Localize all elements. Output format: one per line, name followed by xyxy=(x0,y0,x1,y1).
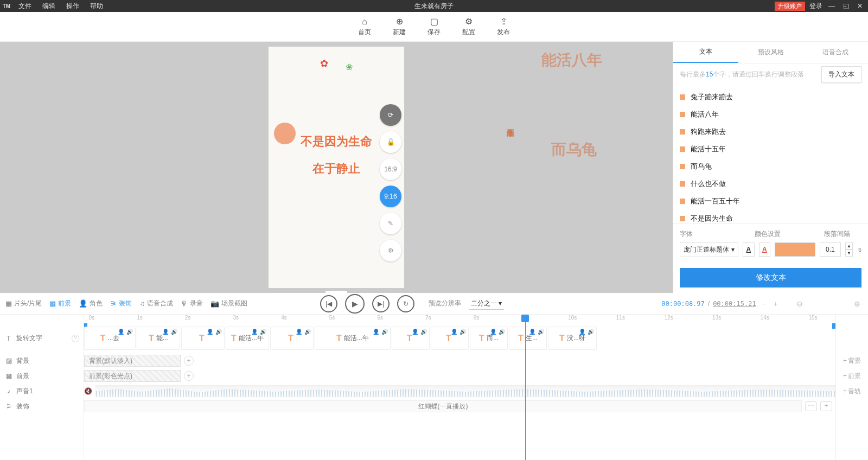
person-icon: 👤 xyxy=(529,329,535,335)
spacing-up[interactable]: ▲ xyxy=(845,242,853,250)
zoom-fit-button[interactable]: ⊖ xyxy=(794,299,805,308)
playhead[interactable] xyxy=(525,315,526,460)
track-label-audio[interactable]: ♪声音1 xyxy=(0,384,84,399)
next-button[interactable]: ▶| xyxy=(372,295,390,312)
apply-text-button[interactable]: 修改文本 xyxy=(680,268,861,288)
text-clip[interactable]: 👤🔊T能活...年 xyxy=(226,327,269,350)
lock-button[interactable]: 🔓 xyxy=(380,131,401,153)
mid-语音合成[interactable]: ♫语音合成 xyxy=(139,299,173,308)
clip-add-button[interactable]: + xyxy=(820,401,832,411)
mid-录音[interactable]: 🎙录音 xyxy=(181,299,203,308)
text-clip[interactable]: 👤🔊T xyxy=(181,327,225,350)
maximize-icon[interactable]: ◱ xyxy=(841,2,851,10)
fg-clip[interactable]: 前景(彩色光点) xyxy=(84,370,181,382)
menu-action[interactable]: 操作 xyxy=(61,2,85,11)
action-home[interactable]: ⌂首页 xyxy=(358,17,371,37)
track-label-bg[interactable]: ▨背景 xyxy=(0,353,84,368)
text-clip[interactable]: 👤🔊T生... xyxy=(509,327,547,350)
clip-more-button[interactable]: ⋯ xyxy=(805,401,817,411)
prev-button[interactable]: |◀ xyxy=(320,295,337,312)
text-lines-list[interactable]: 兔子蹦来蹦去能活八年 狗跑来跑去能活十五年而乌龟什么也不做能活一百五十年不是因为… xyxy=(673,85,868,223)
text-clip[interactable]: 👤🔊T xyxy=(392,327,430,350)
font-select[interactable]: 庞门正道标题体▾ xyxy=(680,242,738,257)
person-icon: 👤 xyxy=(451,329,457,335)
text-line[interactable]: 不是因为生命 xyxy=(680,210,861,223)
person-icon: 👤 xyxy=(162,329,169,335)
canvas-area[interactable]: 能活八年 而乌龟 能活十五年 不是因为生命 在于静止 ⟳ 🔓 16:9 9:16… xyxy=(0,42,673,293)
zoom-in-button[interactable]: + xyxy=(771,299,780,308)
tab-text[interactable]: 文本 xyxy=(673,42,738,63)
zoom-fit2-button[interactable]: ⊕ xyxy=(852,299,863,308)
track-label-fg[interactable]: ▩前景 xyxy=(0,368,84,384)
timeline-tracks[interactable]: 0s1s2s3s4s5s6s7s8s9s10s11s12s13s14s15s 👤… xyxy=(84,315,835,460)
action-new[interactable]: ⊕新建 xyxy=(393,17,406,37)
save-icon: ▢ xyxy=(430,17,438,27)
menu-help[interactable]: 帮助 xyxy=(85,2,108,11)
close-icon[interactable]: ✕ xyxy=(855,2,865,10)
timecode-total: 00:00:15.21 xyxy=(713,300,756,308)
mid-场景截图[interactable]: 📷场景截图 xyxy=(210,299,247,308)
add-fg-track[interactable]: + 前景 xyxy=(836,368,868,384)
color-swatch[interactable] xyxy=(775,242,815,257)
timecode-current: 00:00:08.97 xyxy=(661,300,704,308)
spacing-down[interactable]: ▼ xyxy=(845,250,853,257)
mid-装饰[interactable]: ⚞装饰 xyxy=(110,299,132,308)
mid-前景[interactable]: ▩前景 xyxy=(49,299,71,308)
tab-tts[interactable]: 语音合成 xyxy=(803,42,868,63)
minimize-icon[interactable]: — xyxy=(827,2,837,10)
help-icon[interactable]: ? xyxy=(72,335,79,342)
zoom-out-button[interactable]: − xyxy=(760,299,768,308)
text-clip[interactable]: 👤🔊T能活...年 xyxy=(315,327,391,350)
add-audio-track[interactable]: + 音轨 xyxy=(836,384,868,399)
text-clip[interactable]: 👤🔊T...去 xyxy=(84,327,136,350)
menu-file[interactable]: 文件 xyxy=(13,2,37,11)
text-clip[interactable]: 👤🔊T xyxy=(270,327,314,350)
import-text-button[interactable]: 导入文本 xyxy=(821,66,861,83)
sound-icon: 🔊 xyxy=(588,329,594,335)
text-clip[interactable]: 👤🔊T而... xyxy=(470,327,508,350)
settings-button[interactable]: ⚙ xyxy=(380,240,401,261)
text-clip[interactable]: 👤🔊T xyxy=(431,327,469,350)
text-line[interactable]: 能活八年 xyxy=(680,106,861,123)
menu-edit[interactable]: 编辑 xyxy=(37,2,61,11)
text-line[interactable]: 能活一百五十年 xyxy=(680,193,861,210)
audio-waveform[interactable] xyxy=(95,385,835,397)
add-fg-button[interactable]: + xyxy=(184,371,194,381)
text-color-button-2[interactable]: A xyxy=(759,242,771,257)
action-config[interactable]: ⚙配置 xyxy=(462,17,475,37)
bullet-icon xyxy=(680,129,685,135)
add-bg-track[interactable]: + 背景 xyxy=(836,353,868,368)
mid-角色[interactable]: 👤角色 xyxy=(79,299,103,308)
tab-preset-style[interactable]: 预设风格 xyxy=(738,42,803,63)
login-button[interactable]: 登录 xyxy=(809,2,822,11)
text-line[interactable]: 能活十五年 xyxy=(680,140,861,158)
text-line[interactable]: 而乌龟 xyxy=(680,158,861,175)
loop-button[interactable]: ↻ xyxy=(397,295,414,312)
text-line[interactable]: 什么也不做 xyxy=(680,175,861,193)
text-line[interactable]: 狗跑来跑去 xyxy=(680,123,861,140)
preview-rate-select[interactable]: 二分之一 ▾ xyxy=(469,298,504,310)
collapse-down-icon[interactable]: ▾ xyxy=(326,291,347,293)
bg-clip[interactable]: 背景(默认淡入) xyxy=(84,355,181,367)
edit-button[interactable]: ✎ xyxy=(380,213,401,234)
text-color-button[interactable]: A xyxy=(743,242,755,257)
play-button[interactable]: ▶ xyxy=(345,294,365,314)
ratio-16-9-button[interactable]: 16:9 xyxy=(380,158,401,180)
text-clip[interactable]: 👤🔊T没...呀 xyxy=(548,327,597,350)
mute-icon[interactable]: 🔇 xyxy=(84,387,92,395)
text-clip[interactable]: 👤🔊T能... xyxy=(137,327,180,350)
action-publish[interactable]: ⇪发布 xyxy=(497,17,510,37)
timeline-ruler[interactable]: 0s1s2s3s4s5s6s7s8s9s10s11s12s13s14s15s xyxy=(84,315,835,323)
text-line[interactable]: 兔子蹦来蹦去 xyxy=(680,88,861,106)
refresh-button[interactable]: ⟳ xyxy=(380,104,401,126)
track-label-dec[interactable]: ⚞装饰 xyxy=(0,399,84,414)
action-save[interactable]: ▢保存 xyxy=(427,17,441,37)
text-type-icon: T xyxy=(288,334,293,343)
ratio-9-16-button[interactable]: 9:16 xyxy=(380,186,401,207)
upgrade-button[interactable]: 升级账户 xyxy=(775,2,805,11)
spacing-input[interactable]: 0.1 xyxy=(820,242,841,257)
mid-片头/片尾[interactable]: ▦片头/片尾 xyxy=(5,299,42,308)
add-bg-button[interactable]: + xyxy=(184,356,194,366)
decoration-clip[interactable]: 红蝴蝶(一直播放) xyxy=(84,400,802,412)
track-label-text[interactable]: T旋转文字? xyxy=(0,323,84,353)
